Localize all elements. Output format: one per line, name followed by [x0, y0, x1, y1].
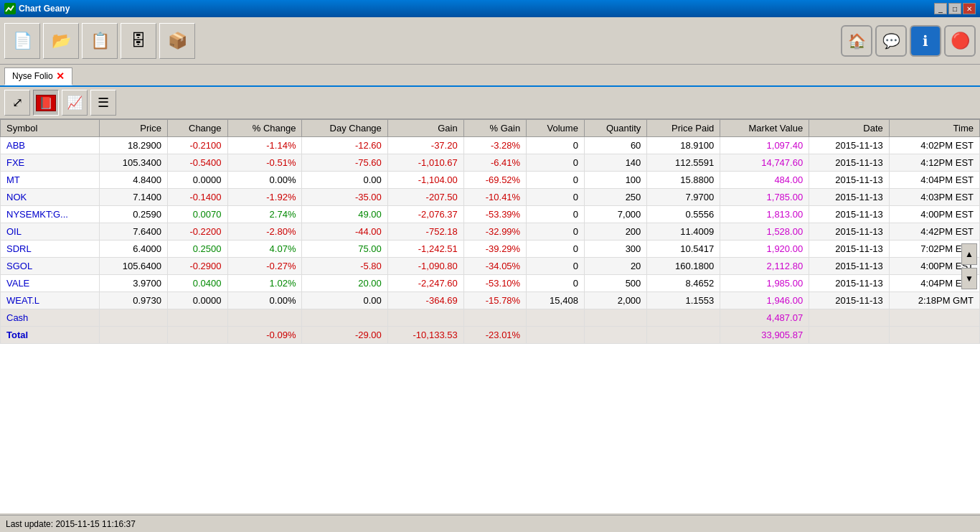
data-cell: -1,104.00: [387, 172, 463, 189]
tab-label: Nyse Folio: [12, 71, 53, 81]
data-cell: 8.4652: [647, 275, 720, 292]
data-cell: 2015-11-13: [809, 241, 890, 258]
data-cell: -364.69: [387, 292, 463, 309]
data-cell: -2,247.60: [387, 275, 463, 292]
data-cell: 0.5556: [647, 206, 720, 223]
table-row: VALE3.97000.04001.02%20.00-2,247.60-53.1…: [1, 275, 980, 292]
data-cell: -2.80%: [227, 223, 302, 241]
data-cell: 4:12PM EST: [889, 154, 979, 172]
data-cell: 2015-11-13: [809, 275, 890, 292]
cash-market-value: 4,487.07: [720, 309, 809, 327]
database-button[interactable]: 🗄: [121, 23, 156, 59]
symbol-cell[interactable]: MT: [1, 172, 100, 189]
data-cell: -3.28%: [463, 137, 526, 154]
portfolio-button[interactable]: 📦: [159, 23, 195, 59]
title-bar: Chart Geany _ □ ✕: [0, 0, 980, 17]
header-time: Time: [889, 120, 979, 137]
tab-close-button[interactable]: ✕: [56, 70, 65, 82]
close-button[interactable]: 📋: [82, 23, 118, 59]
total-gain: -10,133.53: [387, 327, 463, 344]
data-cell: 15,408: [527, 292, 585, 309]
data-cell: 18.2900: [99, 137, 167, 154]
data-cell: 2015-11-13: [809, 154, 890, 172]
main-content: Symbol Price Change % Change Day Change …: [0, 119, 980, 513]
data-cell: 4:00PM EST: [889, 206, 979, 223]
header-day-change: Day Change: [302, 120, 387, 137]
data-cell: 250: [584, 189, 646, 206]
header-change: Change: [167, 120, 227, 137]
data-cell: 1,097.40: [720, 137, 809, 154]
scroll-up-button[interactable]: ▲: [961, 243, 977, 265]
data-cell: -34.05%: [463, 258, 526, 275]
data-cell: -1,090.80: [387, 258, 463, 275]
toolbar-right: 🏠 💬 ℹ 🔴: [841, 25, 976, 57]
data-cell: 4:03PM EST: [889, 189, 979, 206]
data-cell: 0.0000: [167, 292, 227, 309]
scroll-down-button[interactable]: ▼: [961, 268, 977, 289]
home-button[interactable]: 🏠: [841, 25, 872, 57]
info-button[interactable]: ℹ: [910, 25, 941, 57]
data-cell: -1.92%: [227, 189, 302, 206]
header-gain: Gain: [387, 120, 463, 137]
data-cell: 2015-11-13: [809, 206, 890, 223]
list-button[interactable]: ☰: [90, 90, 116, 116]
header-market-value: Market Value: [720, 120, 809, 137]
expand-button[interactable]: ⤢: [4, 90, 30, 116]
symbol-cell[interactable]: NYSEMKT:G...: [1, 206, 100, 223]
new-button[interactable]: 📄: [4, 23, 40, 59]
symbol-cell[interactable]: FXE: [1, 154, 100, 172]
app-icon: [4, 3, 16, 14]
data-cell: 2:18PM GMT: [889, 292, 979, 309]
symbol-cell[interactable]: SGOL: [1, 258, 100, 275]
data-cell: -752.18: [387, 223, 463, 241]
symbol-cell[interactable]: OIL: [1, 223, 100, 241]
data-cell: -0.5400: [167, 154, 227, 172]
data-cell: -10.41%: [463, 189, 526, 206]
open-button[interactable]: 📂: [43, 23, 79, 59]
sub-toolbar: ⤢ 📕 📈 ☰: [0, 87, 980, 119]
data-cell: 1,528.00: [720, 223, 809, 241]
table-row: FXE105.3400-0.5400-0.51%-75.60-1,010.67-…: [1, 154, 980, 172]
stop-button[interactable]: 🔴: [944, 25, 976, 57]
data-cell: 75.00: [302, 241, 387, 258]
table-row: SDRL6.40000.25004.07%75.00-1,242.51-39.2…: [1, 241, 980, 258]
symbol-cell[interactable]: WEAT.L: [1, 292, 100, 309]
data-cell: 60: [584, 137, 646, 154]
data-cell: 2,000: [584, 292, 646, 309]
data-cell: -1,010.67: [387, 154, 463, 172]
data-cell: 500: [584, 275, 646, 292]
total-pct-gain: -23.01%: [463, 327, 526, 344]
data-cell: 4:42PM EST: [889, 223, 979, 241]
data-cell: 105.6400: [99, 258, 167, 275]
close-window-button[interactable]: ✕: [963, 3, 976, 14]
symbol-cell[interactable]: VALE: [1, 275, 100, 292]
data-cell: 1,813.00: [720, 206, 809, 223]
data-cell: -39.29%: [463, 241, 526, 258]
data-cell: -1.14%: [227, 137, 302, 154]
total-day-change: -29.00: [302, 327, 387, 344]
data-cell: 300: [584, 241, 646, 258]
symbol-cell[interactable]: ABB: [1, 137, 100, 154]
nyse-folio-tab[interactable]: Nyse Folio ✕: [4, 67, 72, 85]
window-controls: _ □ ✕: [934, 3, 976, 14]
total-market-value: 33,905.87: [720, 327, 809, 344]
data-cell: 18.9100: [647, 137, 720, 154]
main-toolbar: 📄 📂 📋 🗄 📦 🏠 💬 ℹ 🔴: [0, 17, 980, 65]
symbol-cell[interactable]: NOK: [1, 189, 100, 206]
data-cell: 4:04PM EST: [889, 172, 979, 189]
minimize-button[interactable]: _: [934, 3, 947, 14]
maximize-button[interactable]: □: [948, 3, 961, 14]
data-cell: 20: [584, 258, 646, 275]
app-title: Chart Geany: [19, 4, 934, 14]
symbol-cell[interactable]: SDRL: [1, 241, 100, 258]
table-row: NYSEMKT:G...0.25900.00702.74%49.00-2,076…: [1, 206, 980, 223]
data-cell: 7.6400: [99, 223, 167, 241]
chart-button[interactable]: 📈: [62, 90, 88, 116]
chat-button[interactable]: 💬: [875, 25, 907, 57]
data-cell: 0.00%: [227, 292, 302, 309]
data-cell: 4.07%: [227, 241, 302, 258]
portfolio-list-button[interactable]: 📕: [33, 90, 59, 116]
data-cell: -69.52%: [463, 172, 526, 189]
data-cell: 105.3400: [99, 154, 167, 172]
data-cell: -37.20: [387, 137, 463, 154]
